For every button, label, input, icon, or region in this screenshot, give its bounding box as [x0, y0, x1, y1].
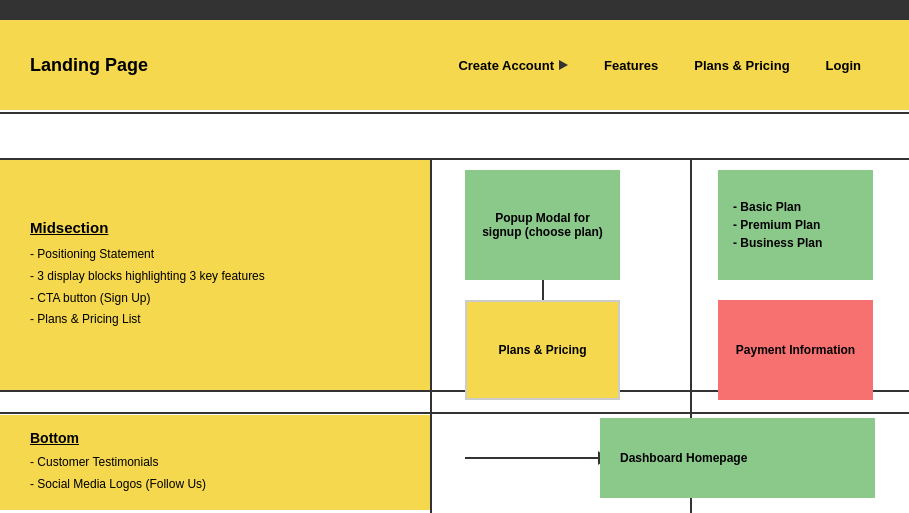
bottom-title: Bottom — [30, 430, 79, 446]
midsection-item-4: - Plans & Pricing List — [30, 309, 265, 331]
connector-h1 — [465, 457, 600, 459]
midsection-item-2: - 3 display blocks highlighting 3 key fe… — [30, 266, 265, 288]
hline-1 — [0, 112, 909, 114]
nav-items: Create Account Features Plans & Pricing … — [440, 58, 879, 73]
arrow-icon — [559, 60, 568, 70]
card-plan-list: - Basic Plan - Premium Plan - Business P… — [718, 170, 873, 280]
plan-item-3: - Business Plan — [733, 236, 822, 250]
nav-plans-pricing[interactable]: Plans & Pricing — [676, 58, 807, 73]
nav-login[interactable]: Login — [808, 58, 879, 73]
card-plans-pricing: Plans & Pricing — [465, 300, 620, 400]
card-payment: Payment Information — [718, 300, 873, 400]
card-dashboard: Dashboard Homepage — [600, 418, 875, 498]
hline-4 — [0, 412, 909, 414]
site-title: Landing Page — [30, 55, 148, 76]
midsection-item-3: - CTA button (Sign Up) — [30, 288, 265, 310]
plan-item-2: - Premium Plan — [733, 218, 820, 232]
nav-create-account[interactable]: Create Account — [440, 58, 586, 73]
connector-v1 — [542, 280, 544, 302]
bottom-block: Bottom - Customer Testimonials - Social … — [0, 415, 430, 510]
bottom-item-2: - Social Media Logos (Follow Us) — [30, 474, 206, 496]
plan-item-1: - Basic Plan — [733, 200, 801, 214]
vline-left — [430, 158, 432, 513]
canvas: Landing Page Create Account Features Pla… — [0, 0, 909, 513]
midsection-item-1: - Positioning Statement — [30, 244, 265, 266]
nav-features[interactable]: Features — [586, 58, 676, 73]
header-bar: Landing Page Create Account Features Pla… — [0, 20, 909, 110]
card-popup-modal: Popup Modal for signup (choose plan) — [465, 170, 620, 280]
bottom-item-1: - Customer Testimonials — [30, 452, 206, 474]
midsection-title: Midsection — [30, 219, 108, 236]
bottom-list: - Customer Testimonials - Social Media L… — [30, 452, 206, 495]
midsection-list: - Positioning Statement - 3 display bloc… — [30, 244, 265, 330]
top-bar — [0, 0, 909, 20]
midsection-block: Midsection - Positioning Statement - 3 d… — [0, 160, 430, 390]
